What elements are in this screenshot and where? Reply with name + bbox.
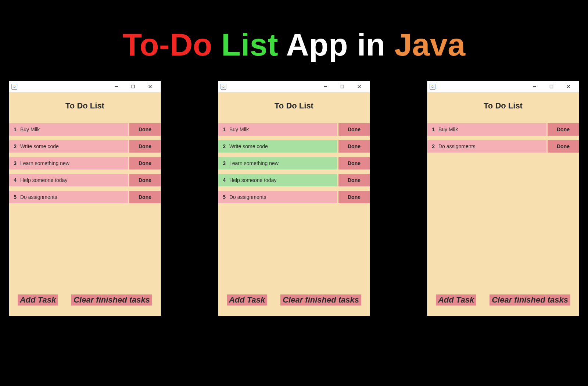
footer-buttons: Add TaskClear finished tasks bbox=[218, 294, 370, 305]
task-text: Buy Milk bbox=[229, 126, 249, 132]
heading-part-4: Java bbox=[394, 27, 465, 62]
task-body[interactable]: 1Buy Milk bbox=[218, 123, 337, 136]
done-button[interactable]: Done bbox=[129, 157, 161, 169]
task-number: 5 bbox=[221, 194, 226, 200]
close-button[interactable] bbox=[351, 82, 368, 92]
heading-part-1: To-Do bbox=[122, 27, 212, 62]
clear-finished-button[interactable]: Clear finished tasks bbox=[280, 294, 361, 305]
task-number: 5 bbox=[12, 194, 17, 200]
window-controls bbox=[108, 82, 158, 92]
task-row: 1Buy MilkDone bbox=[9, 123, 161, 136]
task-list: 1Buy MilkDone2Do assignmentsDone bbox=[427, 123, 579, 153]
task-text: Do assignments bbox=[438, 143, 475, 149]
task-row: 4Help someone todayDone bbox=[218, 174, 370, 186]
titlebar bbox=[427, 81, 579, 92]
task-body[interactable]: 4Help someone today bbox=[218, 174, 337, 186]
task-body[interactable]: 2Write some code bbox=[218, 140, 337, 153]
footer-buttons: Add TaskClear finished tasks bbox=[9, 294, 161, 305]
maximize-button[interactable] bbox=[334, 82, 351, 92]
task-row: 2Do assignmentsDone bbox=[427, 140, 579, 153]
window-controls bbox=[317, 82, 368, 92]
task-row: 2Write some codeDone bbox=[9, 140, 161, 153]
task-row: 4Help someone todayDone bbox=[9, 174, 161, 186]
close-button[interactable] bbox=[560, 82, 577, 92]
task-number: 3 bbox=[12, 160, 17, 166]
task-number: 4 bbox=[12, 177, 17, 183]
clear-finished-button[interactable]: Clear finished tasks bbox=[71, 294, 152, 305]
add-task-button[interactable]: Add Task bbox=[436, 294, 476, 305]
footer-buttons: Add TaskClear finished tasks bbox=[427, 294, 579, 305]
done-button[interactable]: Done bbox=[338, 157, 370, 169]
task-number: 4 bbox=[221, 177, 226, 183]
task-number: 2 bbox=[430, 143, 435, 149]
done-button[interactable]: Done bbox=[548, 123, 579, 136]
done-button[interactable]: Done bbox=[338, 191, 370, 203]
done-button[interactable]: Done bbox=[338, 140, 370, 153]
maximize-button[interactable] bbox=[125, 82, 141, 92]
task-text: Write some code bbox=[229, 143, 268, 149]
task-text: Help someone today bbox=[229, 177, 276, 183]
task-row: 1Buy MilkDone bbox=[427, 123, 579, 136]
java-icon bbox=[220, 84, 226, 90]
window-controls bbox=[526, 82, 577, 92]
app-window: To Do List1Buy MilkDone2Write some codeD… bbox=[9, 81, 161, 316]
heading-part-3: App in bbox=[286, 27, 386, 62]
task-text: Buy Milk bbox=[438, 126, 458, 132]
task-row: 1Buy MilkDone bbox=[218, 123, 370, 136]
titlebar-left bbox=[430, 84, 435, 90]
task-text: Learn something new bbox=[229, 160, 279, 166]
minimize-button[interactable] bbox=[317, 82, 334, 92]
task-text: Buy Milk bbox=[20, 126, 40, 132]
task-body[interactable]: 5Do assignments bbox=[218, 191, 337, 203]
task-body[interactable]: 3Learn something new bbox=[9, 157, 128, 169]
task-text: Help someone today bbox=[20, 177, 67, 183]
minimize-button[interactable] bbox=[526, 82, 543, 92]
window-title: To Do List bbox=[9, 92, 161, 123]
done-button[interactable]: Done bbox=[129, 123, 161, 136]
svg-rect-9 bbox=[550, 85, 553, 88]
window-title: To Do List bbox=[427, 92, 579, 123]
clear-finished-button[interactable]: Clear finished tasks bbox=[490, 294, 570, 305]
task-number: 1 bbox=[430, 126, 435, 132]
task-row: 5Do assignmentsDone bbox=[218, 191, 370, 203]
task-body[interactable]: 2Write some code bbox=[9, 140, 128, 153]
done-button[interactable]: Done bbox=[338, 123, 370, 136]
task-row: 3Learn something newDone bbox=[9, 157, 161, 169]
window-title: To Do List bbox=[218, 92, 370, 123]
task-row: 5Do assignmentsDone bbox=[9, 191, 161, 203]
task-row: 2Write some codeDone bbox=[218, 140, 370, 153]
add-task-button[interactable]: Add Task bbox=[18, 294, 58, 305]
svg-rect-1 bbox=[132, 85, 135, 88]
task-number: 1 bbox=[221, 126, 226, 132]
task-number: 3 bbox=[221, 160, 226, 166]
task-text: Do assignments bbox=[229, 194, 266, 200]
task-body[interactable]: 4Help someone today bbox=[9, 174, 128, 186]
titlebar-left bbox=[220, 84, 226, 90]
add-task-button[interactable]: Add Task bbox=[227, 294, 267, 305]
done-button[interactable]: Done bbox=[129, 191, 161, 203]
done-button[interactable]: Done bbox=[129, 140, 161, 153]
task-list: 1Buy MilkDone2Write some codeDone3Learn … bbox=[9, 123, 161, 203]
heading-part-2: List bbox=[221, 27, 278, 62]
task-text: Write some code bbox=[20, 143, 59, 149]
task-text: Learn something new bbox=[20, 160, 69, 166]
task-number: 2 bbox=[221, 143, 226, 149]
task-body[interactable]: 1Buy Milk bbox=[427, 123, 546, 136]
task-row: 3Learn something newDone bbox=[218, 157, 370, 169]
titlebar bbox=[9, 81, 161, 92]
app-window: To Do List1Buy MilkDone2Do assignmentsDo… bbox=[427, 81, 579, 316]
done-button[interactable]: Done bbox=[338, 174, 370, 186]
done-button[interactable]: Done bbox=[129, 174, 161, 186]
java-icon bbox=[430, 84, 435, 90]
java-icon bbox=[11, 84, 17, 90]
task-body[interactable]: 5Do assignments bbox=[9, 191, 128, 203]
task-body[interactable]: 1Buy Milk bbox=[9, 123, 128, 136]
app-window: To Do List1Buy MilkDone2Write some codeD… bbox=[218, 81, 370, 316]
done-button[interactable]: Done bbox=[548, 140, 579, 153]
minimize-button[interactable] bbox=[108, 82, 125, 92]
task-body[interactable]: 2Do assignments bbox=[427, 140, 546, 153]
close-button[interactable] bbox=[141, 82, 158, 92]
maximize-button[interactable] bbox=[543, 82, 560, 92]
task-text: Do assignments bbox=[20, 194, 57, 200]
task-body[interactable]: 3Learn something new bbox=[218, 157, 337, 169]
